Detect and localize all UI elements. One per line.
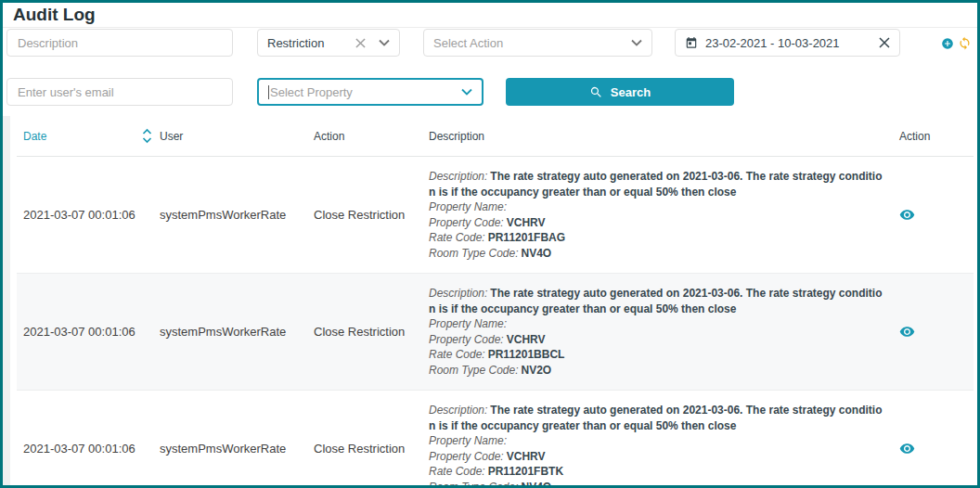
column-header-user: User <box>160 130 314 143</box>
cell-action: Close Restriction <box>314 274 429 390</box>
cell-action: Close Restriction <box>314 157 429 273</box>
cell-description: Description:The rate strategy auto gener… <box>429 274 894 390</box>
table-row: 2021-03-07 00:01:06 systemPmsWorkerRate … <box>17 391 974 488</box>
date-header-label: Date <box>23 130 46 143</box>
action-placeholder: Select Action <box>433 36 503 50</box>
column-header-row-action: Action <box>894 130 974 143</box>
chevron-down-icon <box>379 39 390 46</box>
cell-description: Description:The rate strategy auto gener… <box>429 391 894 488</box>
cell-date: 2021-03-07 00:01:06 <box>23 391 160 488</box>
cell-description: Description:The rate strategy auto gener… <box>429 157 894 273</box>
column-header-date[interactable]: Date <box>23 128 160 144</box>
date-range-picker[interactable]: 23-02-2021 - 10-03-2021 <box>675 29 900 57</box>
add-icon[interactable] <box>941 36 955 50</box>
action-select[interactable]: Select Action <box>423 29 652 57</box>
search-icon <box>589 85 603 99</box>
column-header-action: Action <box>314 130 429 143</box>
view-details-button[interactable] <box>899 207 915 223</box>
text-cursor <box>268 85 269 99</box>
date-range-value: 23-02-2021 - 10-03-2021 <box>705 36 840 50</box>
table-row: 2021-03-07 00:01:06 systemPmsWorkerRate … <box>17 157 974 274</box>
restriction-value: Restriction <box>267 36 324 50</box>
search-button-label: Search <box>611 85 651 99</box>
eye-icon <box>899 324 915 340</box>
audit-log-page: Audit Log Restriction Select Action 23-0… <box>0 0 980 488</box>
left-gutter <box>3 116 10 485</box>
table-row: 2021-03-07 00:01:06 systemPmsWorkerRate … <box>17 274 974 391</box>
view-details-button[interactable] <box>899 441 915 456</box>
chevron-down-icon <box>461 88 472 96</box>
title-divider <box>3 27 977 28</box>
audit-log-table: Date User Action Description Action 2021… <box>17 116 974 485</box>
eye-icon <box>899 207 915 223</box>
cell-user: systemPmsWorkerRate <box>160 157 314 273</box>
cell-user: systemPmsWorkerRate <box>160 391 314 488</box>
page-title: Audit Log <box>13 5 96 25</box>
description-input[interactable] <box>6 29 233 57</box>
eye-icon <box>899 441 915 456</box>
chevron-down-icon <box>631 39 642 46</box>
refresh-icon[interactable] <box>958 36 972 50</box>
cell-action: Close Restriction <box>314 391 429 488</box>
cell-date: 2021-03-07 00:01:06 <box>23 157 160 273</box>
view-details-button[interactable] <box>899 324 915 340</box>
calendar-icon <box>685 36 698 50</box>
cell-date: 2021-03-07 00:01:06 <box>23 274 160 390</box>
restriction-select[interactable]: Restriction <box>257 29 400 57</box>
email-input[interactable] <box>6 78 233 106</box>
sort-icon[interactable] <box>142 128 152 144</box>
property-select[interactable]: Select Property <box>257 78 484 106</box>
clear-restriction-icon[interactable] <box>355 38 366 48</box>
property-placeholder: Select Property <box>270 85 353 99</box>
cell-user: systemPmsWorkerRate <box>160 274 314 390</box>
table-header: Date User Action Description Action <box>17 116 974 157</box>
clear-date-icon[interactable] <box>879 37 890 48</box>
column-header-description: Description <box>429 130 894 143</box>
search-button[interactable]: Search <box>506 78 734 106</box>
